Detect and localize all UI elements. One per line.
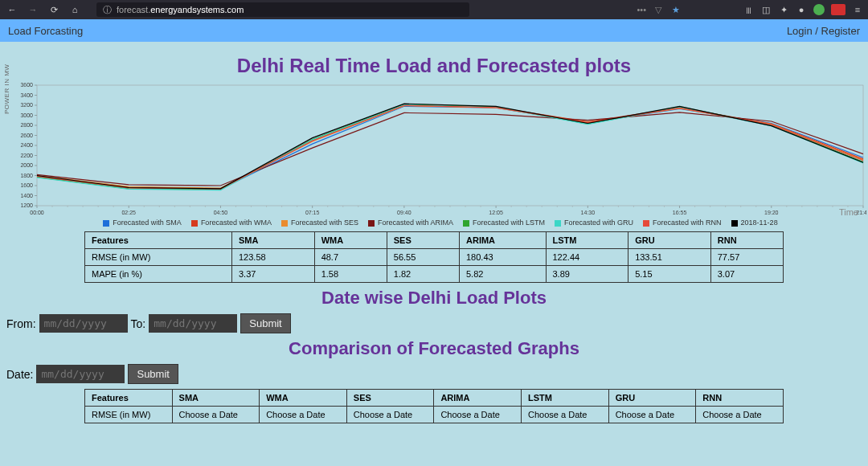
menu-icon[interactable]: ≡	[852, 4, 863, 15]
svg-text:14:30: 14:30	[581, 210, 596, 215]
legend-item: Forecasted with WMA	[188, 219, 272, 227]
reload-button[interactable]: ⟳	[47, 2, 61, 17]
table-header: LSTM	[546, 232, 628, 249]
legend-swatch	[731, 220, 738, 227]
table-cell: 77.57	[710, 249, 783, 266]
register-link[interactable]: Register	[821, 25, 860, 37]
svg-text:19:20: 19:20	[764, 210, 779, 215]
legend-swatch	[463, 220, 469, 227]
datewise-title: Date wise Delhi Load Plots	[5, 288, 863, 309]
sidebar-icon[interactable]: ◫	[760, 4, 772, 15]
legend-item: Forecasted with SES	[278, 219, 358, 227]
shield-icon[interactable]: ▽	[653, 4, 664, 15]
date-label: Date:	[6, 368, 33, 381]
legend-swatch	[643, 220, 649, 227]
table-header: SES	[387, 232, 459, 249]
svg-text:2600: 2600	[20, 133, 33, 138]
table-cell: 133.51	[628, 249, 711, 266]
table-header: SMA	[232, 232, 315, 249]
table-row: RMSE (in MW)123.5848.756.55180.43122.441…	[85, 249, 784, 266]
svg-text:2200: 2200	[20, 153, 33, 158]
table-header: Features	[85, 390, 173, 407]
table-header: LSTM	[522, 390, 609, 407]
table-cell: 3.89	[546, 266, 628, 283]
ext-icon-red[interactable]	[831, 4, 845, 15]
browser-toolbar: ← → ⟳ ⌂ ⓘ forecast.energyandsystems.com …	[0, 0, 868, 19]
url-bar[interactable]: ⓘ forecast.energyandsystems.com	[96, 2, 469, 17]
table-row: RMSE (in MW)Choose a DateChoose a DateCh…	[85, 407, 784, 423]
svg-text:2000: 2000	[20, 162, 33, 168]
legend-item: Forecasted with ARIMA	[365, 219, 453, 227]
svg-text:3400: 3400	[20, 92, 33, 98]
svg-text:12:05: 12:05	[489, 210, 503, 215]
table-cell: 3.07	[710, 266, 783, 283]
table-cell: 123.58	[232, 249, 315, 266]
back-button[interactable]: ←	[5, 2, 19, 17]
table-cell: 1.82	[387, 266, 459, 283]
ext-icon-2[interactable]: ●	[796, 4, 807, 15]
svg-text:02:25: 02:25	[121, 210, 136, 215]
to-date-input[interactable]	[149, 314, 237, 333]
url-domain: energyandsystems.com	[150, 5, 244, 14]
info-icon: ⓘ	[103, 4, 112, 16]
table-header: WMA	[260, 390, 347, 407]
login-link[interactable]: Login	[787, 25, 813, 37]
ext-icon-green[interactable]	[813, 4, 825, 15]
table-cell: 48.7	[314, 249, 387, 266]
table-cell: Choose a Date	[172, 407, 260, 423]
brand-title: Load Forcasting	[8, 25, 83, 37]
svg-text:1400: 1400	[20, 193, 33, 198]
app-header: Load Forcasting Login / Register	[0, 19, 868, 42]
svg-text:1200: 1200	[20, 202, 33, 208]
main-chart: POWER IN MW 1200140016001800200022002400…	[5, 82, 863, 227]
table-header: WMA	[314, 232, 387, 249]
metrics-table: FeaturesSMAWMASESARIMALSTMGRURNNRMSE (in…	[84, 231, 784, 283]
table-cell: Choose a Date	[434, 407, 522, 423]
legend-swatch	[191, 220, 198, 227]
url-prefix: forecast.	[117, 5, 150, 14]
table-cell: Choose a Date	[260, 407, 347, 423]
table-header: GRU	[608, 390, 696, 407]
table-cell: RMSE (in MW)	[85, 407, 173, 423]
y-axis-label: POWER IN MW	[3, 64, 10, 114]
more-icon[interactable]: •••	[637, 5, 646, 14]
home-button[interactable]: ⌂	[68, 2, 82, 17]
svg-text:3600: 3600	[20, 82, 33, 88]
table-header: GRU	[628, 232, 711, 249]
svg-text:09:40: 09:40	[397, 210, 411, 215]
ext-icon-1[interactable]: ✦	[778, 4, 789, 15]
legend-swatch	[368, 220, 375, 227]
table-cell: Choose a Date	[696, 407, 784, 423]
table-header: ARIMA	[434, 390, 522, 407]
table-cell: Choose a Date	[608, 407, 696, 423]
from-date-input[interactable]	[39, 314, 128, 333]
toolbar-right: ••• ▽ ★ ⫼ ◫ ✦ ● ≡	[637, 4, 863, 15]
table-cell: 5.82	[460, 266, 547, 283]
library-icon[interactable]: ⫼	[743, 4, 754, 15]
comparison-title: Comparison of Forecasted Graphs	[5, 338, 863, 359]
svg-text:1600: 1600	[20, 182, 33, 188]
legend-swatch	[103, 220, 109, 227]
chart-series	[37, 104, 863, 190]
legend-swatch	[281, 220, 288, 227]
bookmark-star-icon[interactable]: ★	[670, 4, 682, 15]
svg-text:16:55: 16:55	[673, 210, 687, 215]
x-axis-label: Time	[839, 207, 858, 217]
date-range-form: From: To: Submit	[6, 313, 862, 333]
main-chart-title: Delhi Real Time Load and Forecasted plot…	[5, 55, 863, 77]
table-cell: 5.15	[628, 266, 711, 283]
single-date-form: Date: Submit	[6, 364, 862, 384]
table-cell: MAPE (in %)	[85, 266, 232, 283]
legend-swatch	[555, 220, 561, 227]
table-header: SMA	[172, 390, 260, 407]
table-cell: 56.55	[387, 249, 459, 266]
submit-date-button[interactable]: Submit	[128, 364, 178, 384]
submit-range-button[interactable]: Submit	[240, 313, 290, 333]
table-cell: 3.37	[232, 266, 315, 283]
date-input[interactable]	[36, 365, 125, 383]
auth-links: Login / Register	[787, 25, 860, 37]
legend-item: Forecasted with GRU	[551, 219, 633, 227]
table-cell: 1.58	[314, 266, 387, 283]
table-cell: Choose a Date	[522, 407, 609, 423]
forward-button[interactable]: →	[26, 2, 40, 17]
